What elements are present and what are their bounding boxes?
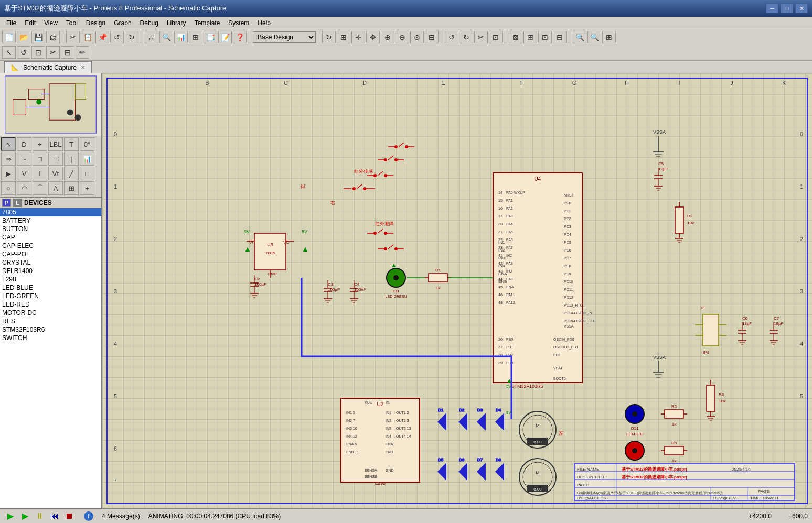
menu-library[interactable]: Library: [163, 18, 190, 28]
annotate-btn[interactable]: ⊞: [523, 31, 537, 43]
mirror-tool[interactable]: ⊟: [61, 46, 74, 59]
info-icon[interactable]: i: [84, 511, 93, 521]
terminal-tool[interactable]: ⊣: [48, 152, 63, 166]
menu-help[interactable]: Help: [253, 18, 275, 28]
refresh-btn[interactable]: ↻: [322, 31, 336, 43]
device-switch[interactable]: SWITCH: [0, 334, 101, 342]
wire-tool[interactable]: ⊡: [31, 46, 45, 59]
copy-btn[interactable]: 📋: [81, 31, 94, 43]
menu-graph[interactable]: Graph: [110, 18, 135, 28]
schematic-area[interactable]: B C D E F G H I J K 0 1 2 3 4 5 6 7: [102, 73, 812, 508]
crosshair-btn[interactable]: ✛: [351, 31, 365, 43]
zoomin-btn[interactable]: ⊕: [381, 31, 394, 43]
save-btn[interactable]: 💾: [31, 31, 45, 43]
device-7805[interactable]: 7805: [0, 208, 101, 216]
p-mode-button[interactable]: P: [2, 199, 11, 207]
text-tool[interactable]: T: [64, 137, 79, 151]
new-btn[interactable]: 📄: [2, 31, 16, 43]
undo-btn[interactable]: ↺: [110, 31, 124, 43]
stop-button[interactable]: ⏹: [63, 511, 76, 521]
zoom3-btn[interactable]: 🔍: [573, 31, 586, 43]
undo2-btn[interactable]: ↺: [445, 31, 458, 43]
open-btn[interactable]: 📂: [17, 31, 30, 43]
bom-btn[interactable]: 📝: [218, 31, 232, 43]
device-led-blue[interactable]: LED-BLUE: [0, 284, 101, 292]
menu-template[interactable]: Template: [190, 18, 225, 28]
move-tool[interactable]: ↺: [17, 46, 30, 59]
menu-file[interactable]: File: [2, 18, 20, 28]
schematic-tab[interactable]: 📐 Schematic Capture ✕: [4, 61, 92, 73]
tab-close-button[interactable]: ✕: [81, 64, 85, 70]
device-led-red[interactable]: LED-RED: [0, 300, 101, 309]
graph-tool[interactable]: 📊: [80, 152, 94, 166]
device-cap-pol[interactable]: CAP-POL: [0, 250, 101, 258]
minimap[interactable]: [0, 73, 101, 136]
device-led-green[interactable]: LED-GREEN: [0, 292, 101, 300]
pause-button[interactable]: ⏸: [34, 511, 46, 521]
text2-tool[interactable]: A: [48, 181, 63, 195]
path-tool[interactable]: ⌒: [33, 181, 47, 195]
l-mode-button[interactable]: L: [13, 199, 22, 207]
device-motor-dc[interactable]: MOTOR-DC: [0, 309, 101, 317]
more2-btn[interactable]: ⊞: [602, 31, 616, 43]
current-tool[interactable]: I: [33, 167, 47, 180]
step-play-button[interactable]: ▶: [19, 511, 31, 521]
minimize-button[interactable]: ─: [766, 4, 778, 13]
circle-tool[interactable]: ○: [1, 181, 16, 195]
paste-btn[interactable]: 📌: [95, 31, 109, 43]
maximize-button[interactable]: □: [781, 4, 793, 13]
device-cap[interactable]: CAP: [0, 233, 101, 242]
component-tool[interactable]: D: [17, 137, 31, 151]
zoomout-btn[interactable]: ⊖: [396, 31, 409, 43]
voltage-tool[interactable]: V: [17, 167, 31, 180]
help-btn2[interactable]: ❓: [233, 31, 247, 43]
menu-debug[interactable]: Debug: [136, 18, 163, 28]
pan-btn[interactable]: ✥: [366, 31, 380, 43]
virtual-inst-tool[interactable]: Vt: [48, 167, 63, 180]
search-btn[interactable]: 🔍: [159, 31, 173, 43]
tape-tool[interactable]: ▶: [1, 167, 16, 180]
line-tool[interactable]: ╱: [64, 167, 79, 180]
device-dflr1400[interactable]: DFLR1400: [0, 267, 101, 275]
close-button[interactable]: ✕: [795, 4, 808, 13]
rect-draw-tool[interactable]: □: [80, 167, 94, 180]
design-selector[interactable]: Base Design: [253, 31, 316, 43]
device-button[interactable]: BUTTON: [0, 225, 101, 233]
prop-btn[interactable]: 📊: [174, 31, 188, 43]
pin-tool[interactable]: |: [64, 152, 79, 166]
marker-btn[interactable]: ⊠: [509, 31, 522, 43]
cut3-tool[interactable]: ✂: [46, 46, 60, 59]
redo-btn[interactable]: ↻: [125, 31, 138, 43]
menu-edit[interactable]: Edit: [20, 18, 40, 28]
edit-tool[interactable]: ✏: [76, 46, 89, 59]
menu-design[interactable]: Design: [82, 18, 110, 28]
zoomfit-btn[interactable]: ⊙: [410, 31, 424, 43]
tag-btn[interactable]: ⊟: [553, 31, 567, 43]
save-all-btn[interactable]: 🗂: [46, 31, 60, 43]
device-crystal[interactable]: CRYSTAL: [0, 258, 101, 267]
copy2-btn[interactable]: ⊡: [489, 31, 503, 43]
net-tool[interactable]: ~: [17, 152, 31, 166]
sub-circuit-tool[interactable]: □: [33, 152, 47, 166]
menu-view[interactable]: View: [40, 18, 62, 28]
junction-tool[interactable]: +: [33, 137, 47, 151]
device-battery[interactable]: BATTERY: [0, 216, 101, 225]
device-l298[interactable]: L298: [0, 275, 101, 284]
menu-tool[interactable]: Tool: [62, 18, 82, 28]
grid-btn[interactable]: ⊞: [189, 31, 202, 43]
cut2-btn[interactable]: ✂: [474, 31, 488, 43]
arc-tool[interactable]: ◠: [17, 181, 31, 195]
netlist-btn[interactable]: 📑: [204, 31, 217, 43]
wire-label-tool[interactable]: LBL: [48, 137, 63, 151]
grid-toggle-btn[interactable]: ⊞: [337, 31, 350, 43]
bus-tool[interactable]: ⇒: [1, 152, 16, 166]
device-stm32f103r6[interactable]: STM32F103R6: [0, 325, 101, 334]
pointer-tool[interactable]: ↖: [1, 137, 16, 151]
marker2-tool[interactable]: +: [80, 181, 94, 195]
more-btn[interactable]: ⊡: [538, 31, 552, 43]
menu-system[interactable]: System: [224, 18, 253, 28]
select-tool[interactable]: ↖: [2, 46, 16, 59]
play-button[interactable]: ▶: [4, 511, 17, 521]
symbol-tool[interactable]: ⊞: [64, 181, 79, 195]
device-res[interactable]: RES: [0, 317, 101, 325]
